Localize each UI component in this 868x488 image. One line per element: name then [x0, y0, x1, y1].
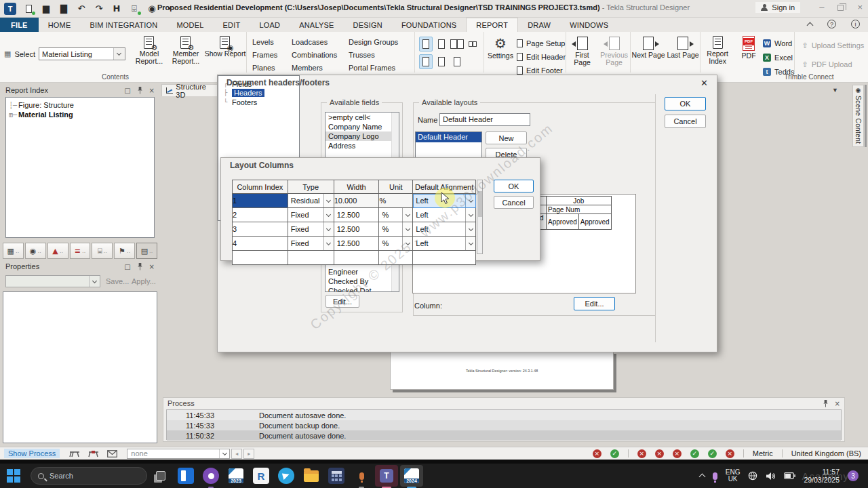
teams-app-icon[interactable]: T [375, 465, 398, 487]
combo-dropdown-icon[interactable] [219, 449, 229, 458]
cell-type-dropdown[interactable]: Fixed [288, 237, 334, 250]
close-panel-icon[interactable]: × [149, 87, 155, 94]
loads-status-icon[interactable] [88, 450, 99, 458]
layout-name-input[interactable]: Default Header [439, 113, 530, 126]
filter-levels[interactable]: Levels [252, 38, 292, 46]
next-item-button[interactable]: ▸ [243, 449, 254, 459]
report-select-combo[interactable]: Material Listing [39, 47, 125, 60]
tab-home[interactable]: HOME [39, 18, 81, 32]
process-row[interactable]: 11:50:32Document autosave done. [167, 430, 841, 441]
structure-3d-tab[interactable]: Structure 3D [161, 84, 220, 96]
cell-index[interactable]: 2 [233, 208, 288, 222]
show-report-button[interactable]: ◉ Show Report [204, 34, 246, 72]
show-process-button[interactable]: Show Process [4, 449, 60, 458]
tekla-2024-app-icon[interactable]: 2024 [400, 465, 423, 487]
filter-loadcases[interactable]: Loadcases [292, 38, 349, 46]
section-icon[interactable]: H [111, 3, 122, 14]
apply-button[interactable]: Apply... [132, 277, 156, 285]
page-layout-icon-active[interactable] [419, 54, 433, 69]
close-button[interactable]: × [857, 2, 863, 12]
close-panel-icon[interactable]: × [835, 400, 840, 407]
status-error-dot[interactable] [593, 449, 601, 458]
process-log[interactable]: 11:45:33Document autosave done. 11:45:33… [166, 409, 842, 440]
scrollbar[interactable] [865, 85, 867, 147]
two-page-view-icon[interactable] [450, 37, 464, 52]
pin-icon[interactable] [137, 263, 143, 270]
page-setup-button[interactable]: Page Setup [517, 37, 566, 49]
cell-index[interactable]: 1 [233, 194, 288, 208]
file-explorer-icon[interactable] [300, 465, 323, 487]
tab-report[interactable]: REPORT [466, 18, 518, 32]
validate-icon[interactable]: ⌹ [129, 3, 140, 14]
field-item-company-name[interactable]: Company Name [326, 122, 399, 131]
redo-icon[interactable]: ↷ [94, 3, 104, 14]
tree-item-material-listing[interactable]: ⊞─Material Listing [6, 110, 154, 119]
fan-tool-button[interactable]: ◉‥ [25, 243, 46, 259]
cell-index[interactable]: 4 [233, 237, 288, 251]
tree-item-figure-structure[interactable]: ┆─Figure: Structure [6, 100, 154, 110]
task-view-button[interactable] [149, 465, 172, 487]
network-icon[interactable] [748, 471, 757, 481]
next-page-button[interactable]: Next Page [631, 34, 666, 72]
cell-index[interactable]: 3 [233, 222, 288, 237]
cell-unit-dropdown[interactable]: % [379, 208, 412, 222]
sign-in-button[interactable]: Sign in [755, 2, 800, 13]
ok-button[interactable]: OK [494, 180, 534, 192]
field-item-address[interactable]: Address [326, 141, 399, 150]
tab-model[interactable]: MODEL [167, 18, 213, 32]
cell-width-input[interactable]: 12.500 [334, 222, 379, 236]
pin-icon[interactable] [823, 400, 829, 407]
cell-type-dropdown[interactable]: Fixed [288, 208, 334, 222]
field-item-empty-cell[interactable]: >empty cell< [326, 113, 399, 122]
filter-trusses[interactable]: Trusses [349, 51, 412, 59]
cancel-button[interactable]: Cancel [665, 115, 706, 128]
close-panel-icon[interactable]: × [149, 263, 155, 270]
minimize-button[interactable]: – [819, 2, 824, 12]
status-error-dot[interactable] [637, 449, 646, 458]
report-view-icon-active[interactable] [419, 37, 433, 52]
help-icon[interactable]: ? [827, 20, 836, 28]
ok-button[interactable]: OK [665, 97, 706, 110]
tab-windows[interactable]: WINDOWS [560, 18, 618, 32]
tab-draw[interactable]: DRAW [518, 18, 560, 32]
save-icon[interactable]: ▇ [58, 3, 69, 14]
prev-item-button[interactable]: ◂ [231, 449, 242, 459]
dialog-close-icon[interactable]: ✕ [701, 78, 708, 88]
volume-icon[interactable] [766, 472, 776, 481]
single-page-icon[interactable] [435, 54, 448, 69]
tree-item-footers[interactable]: └Footers [218, 98, 299, 107]
record-icon[interactable]: ◉ [146, 3, 157, 14]
tray-expand-icon[interactable] [698, 474, 705, 481]
tab-analyse[interactable]: ANALYSE [290, 18, 343, 32]
float-panel-icon[interactable]: □ [124, 263, 130, 270]
start-button[interactable] [2, 465, 25, 487]
battery-icon[interactable] [784, 472, 795, 479]
status-error-dot[interactable] [655, 449, 664, 458]
voice-recorder-icon[interactable] [350, 465, 373, 487]
last-page-button[interactable]: Last Page [666, 34, 700, 72]
language-indicator[interactable]: ENGUK [726, 469, 741, 483]
tab-load[interactable]: LOAD [250, 18, 290, 32]
units-indicator[interactable]: Metric [753, 449, 773, 458]
properties-combo[interactable] [5, 275, 100, 287]
table-row[interactable]: 4 Fixed 12.500 % Left [233, 237, 476, 251]
cell-unit-dropdown[interactable]: % [379, 222, 412, 236]
process-row[interactable]: 11:45:33Document autosave done. [167, 410, 841, 420]
section-tool-button[interactable]: ⚑‥ [114, 243, 135, 259]
combo-dropdown-icon[interactable] [113, 48, 125, 60]
first-page-button[interactable]: First Page [566, 34, 598, 72]
status-error-dot[interactable] [726, 449, 734, 458]
filter-planes[interactable]: Planes [252, 64, 292, 72]
mail-status-icon[interactable] [107, 450, 117, 458]
word-export-button[interactable]: WWord [763, 37, 794, 49]
column-edit-button[interactable]: Edit... [574, 297, 615, 310]
frame-tool-button[interactable]: ▦‥ [3, 243, 24, 259]
valve-tool-button[interactable]: ⌸‥ [92, 243, 113, 259]
status-ok-dot[interactable] [690, 449, 699, 458]
undo-icon[interactable]: ↶ [76, 3, 87, 14]
cell-type-dropdown[interactable]: Fixed [288, 222, 334, 236]
restore-button[interactable] [837, 5, 844, 11]
report-index-button[interactable]: Report Index [701, 34, 734, 72]
process-row[interactable]: 11:45:33Document backup done. [167, 420, 841, 430]
notification-badge[interactable]: 3 [848, 470, 859, 481]
